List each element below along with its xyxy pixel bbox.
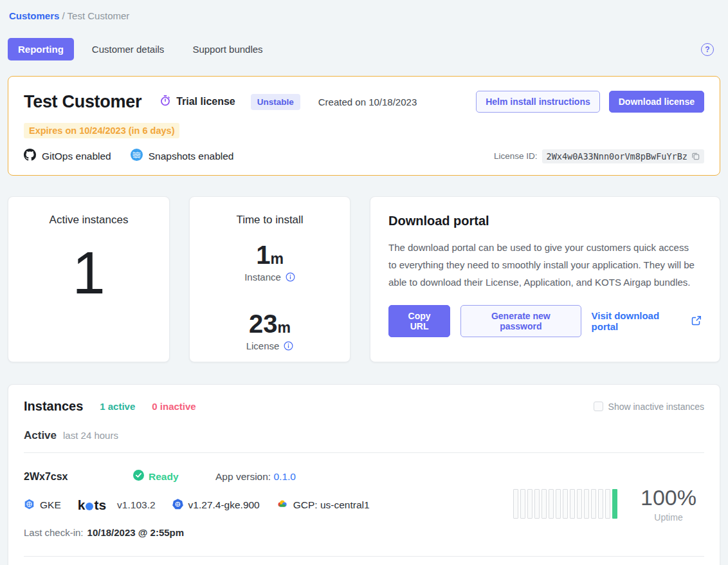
app-version-value[interactable]: 0.1.0 <box>273 471 295 482</box>
tab-support-bundles[interactable]: Support bundles <box>182 38 273 60</box>
customer-summary-card: Test Customer Trial license Unstable Cre… <box>8 76 720 176</box>
trial-timer-icon <box>159 95 171 109</box>
gke-icon <box>24 499 35 512</box>
tab-bar: Reporting Customer details Support bundl… <box>8 38 720 60</box>
uptime-bar <box>513 489 518 519</box>
expires-badge: Expires on 10/24/2023 (in 6 days) <box>24 123 179 138</box>
distribution-label: GKE <box>40 499 61 511</box>
license-id-row: License ID: 2Wx4w0A33Nnn0orVm8pBwFuYrBz <box>494 149 704 163</box>
instance-status-label: Ready <box>149 471 179 483</box>
app-version: App version: 0.1.0 <box>215 471 296 483</box>
metrics-row: Active instances 1 Time to install 1m In… <box>8 196 720 362</box>
instance-id: 2Wx7csx <box>24 471 133 483</box>
tab-reporting[interactable]: Reporting <box>8 38 74 60</box>
gitops-label: GitOps enabled <box>42 151 111 162</box>
download-portal-title: Download portal <box>388 214 702 228</box>
active-section-range: last 24 hours <box>63 430 118 441</box>
distribution: GKE <box>24 499 61 512</box>
license-type-label: Trial license <box>176 96 235 107</box>
divider <box>24 556 704 557</box>
app-version-label: App version: <box>215 471 273 482</box>
instances-panel: Instances 1 active 0 inactive Show inact… <box>8 384 720 565</box>
instance-row[interactable]: 2Wx7csx Ready App version: 0.1.0 GKE <box>24 453 704 538</box>
copy-icon[interactable] <box>691 152 700 160</box>
kots-logo-k: k <box>78 497 86 513</box>
download-license-button[interactable]: Download license <box>609 91 704 113</box>
license-install-label: License <box>246 340 280 351</box>
time-to-install-title: Time to install <box>190 214 350 227</box>
uptime-bar <box>556 489 561 519</box>
uptime-value: 100% <box>641 485 696 510</box>
customer-name: Test Customer <box>24 92 141 112</box>
uptime-bar <box>570 489 575 519</box>
active-instances-value: 1 <box>8 243 169 302</box>
active-count[interactable]: 1 active <box>100 401 135 412</box>
external-link-icon <box>691 315 702 328</box>
uptime-bar <box>549 489 554 519</box>
cloud-region: GCP: us-central1 <box>277 498 370 512</box>
tab-customer-details[interactable]: Customer details <box>82 38 175 60</box>
uptime-bar <box>577 489 582 519</box>
instance-install-time: 1 <box>256 241 270 269</box>
instance-info-icon[interactable] <box>286 272 295 282</box>
uptime-bar <box>563 489 568 519</box>
uptime-bar <box>541 489 547 519</box>
uptime-bar <box>612 489 617 519</box>
kots-logo: kts <box>78 497 106 513</box>
uptime-label: Uptime <box>641 512 696 523</box>
license-type: Trial license <box>159 95 235 109</box>
kots-logo-ts: ts <box>94 497 106 513</box>
download-portal-description: The download portal can be used to give … <box>388 239 697 291</box>
uptime-bar <box>598 489 603 519</box>
license-install-unit: m <box>278 319 291 336</box>
time-to-install-card: Time to install 1m Instance 23m License <box>189 196 350 362</box>
generate-new-password-button[interactable]: Generate new password <box>460 305 581 337</box>
active-instances-title: Active instances <box>8 214 169 227</box>
instance-install-unit: m <box>270 250 283 267</box>
breadcrumb: Customers / Test Customer <box>9 10 720 21</box>
breadcrumb-customers-link[interactable]: Customers <box>9 10 59 21</box>
uptime-bars <box>513 489 617 519</box>
show-inactive-toggle: Show inactive instances <box>594 402 704 412</box>
last-checkin-value: 10/18/2023 @ 2:55pm <box>87 527 185 538</box>
download-portal-card: Download portal The download portal can … <box>370 196 720 362</box>
visit-download-portal-link[interactable]: Visit download portal <box>592 310 702 332</box>
last-checkin: Last check-in:10/18/2023 @ 2:55pm <box>24 527 513 538</box>
license-info-icon[interactable] <box>284 341 293 351</box>
uptime-bar <box>584 489 589 519</box>
active-instances-card: Active instances 1 <box>8 196 170 362</box>
github-icon <box>24 149 36 163</box>
instance-install-label: Instance <box>244 272 281 282</box>
uptime-bar <box>534 489 540 519</box>
snapshots-icon <box>131 149 143 163</box>
show-inactive-checkbox[interactable] <box>594 402 603 411</box>
license-id-label: License ID: <box>494 151 538 161</box>
helm-install-instructions-button[interactable]: Helm install instructions <box>476 91 600 113</box>
cloud-region-value: GCP: us-central1 <box>293 499 370 511</box>
k8s-version-value: v1.27.4-gke.900 <box>188 499 260 511</box>
last-checkin-label: Last check-in: <box>24 527 84 538</box>
kots-logo-o-dot <box>86 503 93 510</box>
gcp-icon <box>277 498 288 512</box>
copy-url-button[interactable]: Copy URL <box>388 305 450 337</box>
visit-download-portal-label: Visit download portal <box>592 310 686 332</box>
show-inactive-label: Show inactive instances <box>608 402 704 412</box>
license-install-time: 23 <box>249 310 278 338</box>
breadcrumb-separator: / <box>62 10 65 21</box>
snapshots-label: Snapshots enabled <box>149 151 234 162</box>
check-circle-icon <box>133 470 144 483</box>
kots-version: kts v1.103.2 <box>78 497 156 513</box>
channel-badge: Unstable <box>251 94 300 110</box>
k8s-version: v1.27.4-gke.900 <box>172 499 260 512</box>
snapshots-status: Snapshots enabled <box>131 149 234 163</box>
created-date: Created on 10/18/2023 <box>318 97 417 107</box>
uptime-bar <box>605 489 610 519</box>
uptime-bar <box>591 489 596 519</box>
instance-status: Ready <box>133 470 215 483</box>
gitops-status: GitOps enabled <box>24 149 111 163</box>
license-id-value: 2Wx4w0A33Nnn0orVm8pBwFuYrBz <box>547 151 687 162</box>
help-icon[interactable]: ? <box>701 43 714 56</box>
uptime-bar <box>520 489 525 519</box>
inactive-count[interactable]: 0 inactive <box>152 401 196 412</box>
uptime-bar <box>527 489 532 519</box>
